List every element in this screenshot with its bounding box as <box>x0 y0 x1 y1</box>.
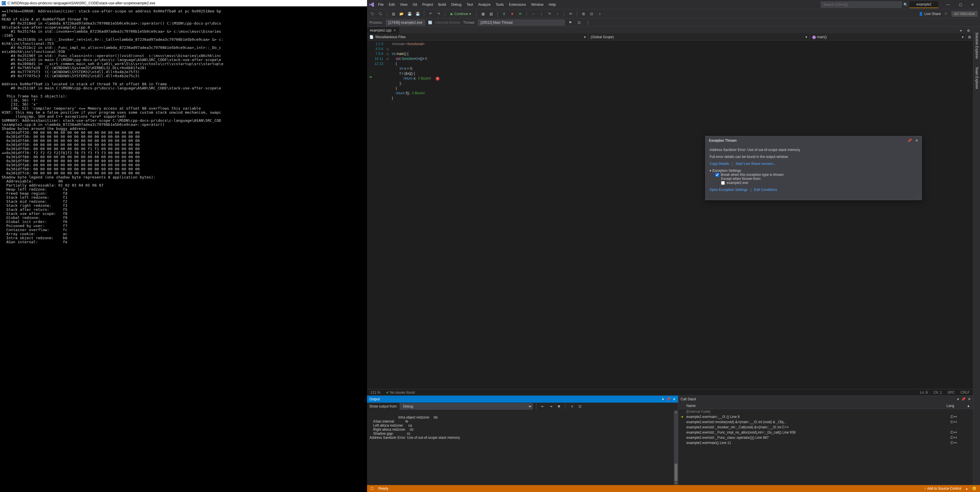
output-wrap-icon[interactable]: ≡ <box>569 404 575 409</box>
active-files-icon[interactable]: ▾ <box>958 28 964 34</box>
lineending-indicator[interactable]: CRLF <box>961 390 970 395</box>
thread-flag-icon[interactable]: ⚑ <box>568 20 573 26</box>
solution-name-tab[interactable]: example2 <box>910 1 939 8</box>
menu-tools[interactable]: Tools <box>493 2 506 8</box>
scope-class[interactable]: (Global Scope) ▾ <box>589 34 810 40</box>
copy-details-link[interactable]: Copy Details <box>710 162 729 166</box>
show-next-statement-icon[interactable]: → <box>530 11 536 17</box>
source-control-caret-icon[interactable]: ▴ <box>966 487 967 490</box>
menu-view[interactable]: View <box>398 2 410 8</box>
callstack-row[interactable]: example2.exe!std::invoke(void) &>(main::… <box>678 419 973 425</box>
output-close-icon[interactable]: ✕ <box>673 397 676 401</box>
dbg-extra-2-icon[interactable]: ⊡ <box>589 11 595 17</box>
tab-options-icon[interactable]: ⚙ <box>966 28 971 34</box>
indent-indicator[interactable]: SPC <box>948 390 955 395</box>
save-icon[interactable]: 💾 <box>407 11 412 17</box>
callstack-close-icon[interactable]: ✕ <box>968 397 971 401</box>
stop-icon[interactable]: ■ <box>509 11 515 17</box>
line-indicator[interactable]: Ln: 8 <box>920 390 928 395</box>
code-editor[interactable]: ➜ 1 2 3 4 5 6 7 8 9 10 11 12 13 ⊟ ⊟ ⊟ #i… <box>367 40 973 389</box>
output-next-icon[interactable]: ⇥ <box>548 404 554 409</box>
callstack-rows[interactable]: [External Code]example2.exe!main::__l3::… <box>678 409 973 485</box>
open-icon[interactable]: 📂 <box>399 11 404 17</box>
feedback-icon[interactable]: 😊 <box>972 487 977 490</box>
reattach-icon[interactable]: ⟲ <box>568 11 573 17</box>
nav-fwd-icon[interactable]: ⮎ <box>377 11 383 17</box>
col-indicator[interactable]: Ch: 1 <box>934 390 942 395</box>
output-pin-icon[interactable]: 📌 <box>666 397 670 401</box>
issues-status[interactable]: No issues found <box>390 390 415 395</box>
restart-icon[interactable]: ⟳ <box>517 11 523 17</box>
maximize-button[interactable]: ▢ <box>955 1 966 8</box>
editor-tab-example2[interactable]: example2.cpp ✕ <box>367 27 399 34</box>
step-out-icon[interactable]: ↑ <box>555 11 560 17</box>
menu-project[interactable]: Project <box>420 2 435 8</box>
open-exception-settings-link[interactable]: Open Exception Settings <box>710 188 748 192</box>
menu-git[interactable]: Git <box>410 2 419 8</box>
module-checkbox[interactable] <box>721 181 725 185</box>
output-clear-icon[interactable]: ✖ <box>556 404 562 409</box>
tab-close-icon[interactable]: ✕ <box>393 28 396 32</box>
callstack-row[interactable]: example2.exe!std::_Invoker_ret::_Call(vo… <box>678 425 973 430</box>
breakpoint-gutter[interactable]: ➜ <box>367 40 374 389</box>
callstack-dropdown-icon[interactable]: ▾ <box>957 397 959 401</box>
console-output[interactable]: ==17436==ERROR: AddressSanitizer: stack-… <box>0 6 367 492</box>
scope-project[interactable]: 📄 Miscellaneous Files ▾ <box>367 34 589 40</box>
lifecycle-label[interactable]: Lifecycle Events <box>435 21 460 25</box>
split-editor-icon[interactable]: ⊞ <box>966 34 973 40</box>
search-input[interactable] <box>821 2 902 8</box>
output-dropdown-icon[interactable]: ▾ <box>662 397 664 401</box>
exception-close-icon[interactable]: ✕ <box>915 139 918 142</box>
cs-scroll-col-icon[interactable]: ▲ <box>967 404 971 408</box>
start-liveshare-link[interactable]: Start Live Share session... <box>735 162 776 166</box>
menu-help[interactable]: Help <box>547 2 558 8</box>
break-when-checkbox[interactable] <box>715 173 719 177</box>
scroll-thumb[interactable] <box>675 464 678 481</box>
cs-col-name[interactable]: Name <box>686 404 947 408</box>
dbg-tool-2-icon[interactable]: ▧ <box>488 11 494 17</box>
output-prev-icon[interactable]: ⇤ <box>540 404 546 409</box>
outline-gutter[interactable]: ⊟ ⊟ ⊟ <box>385 40 390 389</box>
edit-conditions-link[interactable]: Edit Conditions <box>754 188 777 192</box>
search-icon[interactable]: 🔍 <box>904 3 908 6</box>
callstack-pin-icon[interactable]: 📌 <box>961 397 966 401</box>
code-content[interactable]: #include <functional> int main() { std::… <box>390 40 973 389</box>
output-ext-icon[interactable]: ⊡ <box>577 404 583 409</box>
minimize-button[interactable]: ― <box>942 1 954 8</box>
team-explorer-tab[interactable]: Team Explorer <box>974 63 979 93</box>
callstack-row[interactable]: example2.exe!std::_Func_impl_no_alloc(vo… <box>678 430 973 435</box>
add-source-control[interactable]: Add to Source Control <box>924 487 961 490</box>
output-scrollbar[interactable]: ▲ ▼ <box>674 410 678 485</box>
notification-icon[interactable]: ⚐ <box>943 11 949 17</box>
continue-button[interactable]: Continue ▾ <box>449 11 473 16</box>
saveall-icon[interactable]: 💾 <box>415 11 420 17</box>
menu-test[interactable]: Test <box>465 2 476 8</box>
close-button[interactable]: ✕ <box>967 1 978 8</box>
cs-col-lang[interactable]: Lang <box>947 404 967 408</box>
undo-icon[interactable]: ↶ <box>428 11 433 17</box>
pause-icon[interactable]: ⏸ <box>501 11 507 17</box>
scope-function[interactable]: ⬤ main() ▾ <box>810 34 966 40</box>
dbg-extra-3-icon[interactable]: ⟐ <box>597 11 603 17</box>
stack-frame-icon[interactable]: ⊡ <box>576 20 582 26</box>
live-share-button[interactable]: 👤 Live Share <box>919 12 941 16</box>
menu-file[interactable]: File <box>376 2 386 8</box>
dbg-extra-1-icon[interactable]: ⊞ <box>581 11 586 17</box>
output-source-select[interactable]: Debug <box>400 403 533 410</box>
thread-select[interactable]: [20512] Main Thread <box>478 20 565 26</box>
process-select[interactable]: [17436] example2.exe <box>386 20 425 26</box>
nav-back-icon[interactable]: ⮌ <box>369 11 375 17</box>
menu-debug[interactable]: Debug <box>449 2 463 8</box>
scroll-down-icon[interactable]: ▼ <box>674 481 678 485</box>
console-titlebar[interactable]: C:\ C:\MSDN\cpp-docs-pr\docs\c-language\… <box>0 0 367 6</box>
lifecycle-icon[interactable]: 🔄 <box>428 21 432 25</box>
dbg-tool-1-icon[interactable]: ▦ <box>480 11 486 17</box>
error-marker-icon[interactable]: ✕ <box>436 77 439 81</box>
redo-icon[interactable]: ↷ <box>436 11 442 17</box>
output-body[interactable]: Intra object redzone: bb ASan internal: … <box>367 410 678 485</box>
exception-pin-icon[interactable]: 📌 <box>907 139 912 142</box>
resize-grip-icon[interactable]: ⋰ <box>705 195 922 200</box>
zoom-level[interactable]: 111 % <box>371 390 380 395</box>
step-into-icon[interactable]: ↓ <box>538 11 544 17</box>
step-over-icon[interactable]: ↷ <box>547 11 552 17</box>
